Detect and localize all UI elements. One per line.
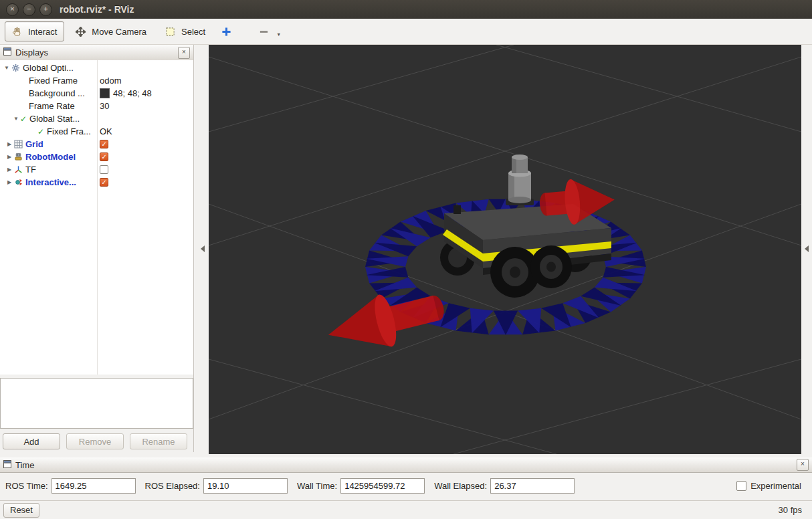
experimental-label: Experimental — [750, 481, 801, 491]
property-label: Frame Rate — [29, 101, 75, 111]
interactive-markers-enabled-checkbox[interactable] — [100, 178, 108, 187]
remove-display-button[interactable]: Remove — [66, 433, 124, 449]
reset-button[interactable]: Reset — [3, 503, 39, 518]
right-splitter[interactable] — [801, 45, 812, 454]
property-label: Background ... — [29, 88, 85, 98]
expanded-icon[interactable]: ▼ — [3, 65, 11, 71]
experimental-checkbox[interactable] — [736, 481, 746, 491]
add-tool-button[interactable] — [217, 21, 238, 41]
ros-elapsed-field: ROS Elapsed: — [145, 478, 288, 494]
ros-elapsed-input[interactable] — [203, 478, 288, 494]
grid-display-icon — [13, 140, 23, 149]
status-ok-icon: ✓ — [20, 114, 27, 124]
splitter-collapse-icon[interactable] — [805, 245, 809, 252]
tf-enabled-checkbox[interactable] — [100, 165, 108, 174]
tree-row-frame-rate[interactable]: Frame Rate 30 — [0, 100, 193, 112]
ros-elapsed-label: ROS Elapsed: — [145, 481, 200, 491]
grid-enabled-checkbox[interactable] — [100, 140, 108, 148]
robot-model-enabled-checkbox[interactable] — [100, 152, 108, 161]
titlebar: × − + robot.rviz* - RViz — [0, 0, 812, 19]
tree-row-robot-model[interactable]: ▶ RobotModel — [0, 150, 193, 163]
ros-time-label: ROS Time: — [5, 481, 48, 491]
collapsed-icon[interactable]: ▶ — [5, 179, 13, 185]
time-panel-header[interactable]: Time × — [0, 457, 812, 473]
gear-icon — [11, 64, 21, 73]
time-panel-content: ROS Time: ROS Elapsed: Wall Time: Wall E… — [0, 473, 812, 499]
display-name: Grid — [25, 139, 43, 149]
experimental-option: Experimental — [736, 481, 801, 491]
interact-label: Interact — [28, 27, 57, 37]
panel-icon — [3, 47, 11, 58]
ros-time-field: ROS Time: — [5, 478, 136, 494]
background-color-value[interactable]: 48; 48; 48 — [100, 87, 152, 100]
display-description-box — [0, 378, 193, 429]
row-label: Fixed Fra... — [47, 126, 91, 136]
robot-model-icon — [13, 152, 23, 162]
move-camera-label: Move Camera — [92, 27, 146, 37]
wall-elapsed-field: Wall Elapsed: — [434, 478, 575, 494]
displays-buttons: Add Remove Rename — [3, 433, 187, 449]
row-label: Global Stat... — [29, 114, 80, 124]
wall-time-input[interactable] — [340, 478, 425, 494]
splitter-collapse-icon[interactable] — [201, 245, 205, 252]
displays-panel: Displays × ▼ Global Opti... Fixe — [0, 45, 194, 452]
display-name: Interactive... — [25, 177, 76, 187]
interactive-markers-icon — [13, 178, 23, 187]
move-camera-icon — [76, 27, 86, 36]
interact-tool-button[interactable]: Interact — [5, 21, 64, 41]
tree-row-interactive-markers[interactable]: ▶ Interactive... — [0, 176, 193, 189]
display-name: TF — [25, 165, 36, 175]
tree-row-global-status[interactable]: ▼ ✓ Global Stat... — [0, 112, 193, 125]
collapsed-icon[interactable]: ▶ — [5, 141, 13, 147]
hand-icon — [12, 27, 22, 36]
tree-row-global-options[interactable]: ▼ Global Opti... — [0, 62, 193, 74]
tree-row-grid[interactable]: ▶ Grid — [0, 138, 193, 150]
status-bar: Reset 30 fps — [0, 500, 812, 519]
ros-time-input[interactable] — [52, 478, 136, 494]
time-panel-title: Time — [15, 460, 34, 470]
window-title: robot.rviz* - RViz — [60, 4, 134, 15]
fixed-frame-value[interactable]: odom — [100, 74, 122, 87]
time-panel: Time × ROS Time: ROS Elapsed: Wall Time:… — [0, 457, 812, 499]
color-value-text: 48; 48; 48 — [113, 88, 152, 98]
displays-close-icon[interactable]: × — [178, 47, 190, 59]
wall-elapsed-label: Wall Elapsed: — [434, 481, 487, 491]
minimize-icon[interactable]: − — [23, 3, 35, 16]
color-swatch — [100, 88, 110, 98]
tree-row-tf[interactable]: ▶ TF — [0, 163, 193, 176]
display-name: RobotModel — [25, 152, 76, 162]
select-tool-button[interactable]: Select — [158, 21, 213, 41]
time-close-icon[interactable]: × — [797, 459, 809, 471]
frame-rate-value[interactable]: 30 — [100, 100, 109, 112]
displays-tree: ▼ Global Opti... Fixed Frame odom Bac — [0, 60, 193, 375]
remove-tool-button[interactable]: ▼ — [254, 21, 286, 41]
toolbar: Interact Move Camera Select — [0, 19, 812, 45]
displays-panel-header[interactable]: Displays × — [0, 45, 193, 61]
tree-row-fixed-frame-status[interactable]: ✓ Fixed Fra... OK — [0, 125, 193, 138]
minus-icon — [259, 27, 269, 36]
dropdown-arrow-icon: ▼ — [276, 32, 281, 37]
panel-icon — [3, 460, 11, 470]
status-ok-icon: ✓ — [37, 127, 44, 136]
3d-scene — [209, 45, 801, 454]
wall-time-field: Wall Time: — [297, 478, 425, 494]
fps-counter: 30 fps — [779, 505, 802, 515]
wall-elapsed-input[interactable] — [490, 478, 575, 494]
maximize-icon[interactable]: + — [39, 3, 52, 16]
add-display-button[interactable]: Add — [3, 433, 60, 449]
collapsed-icon[interactable]: ▶ — [5, 154, 13, 160]
collapsed-icon[interactable]: ▶ — [5, 167, 13, 173]
expanded-icon[interactable]: ▼ — [12, 116, 20, 122]
left-splitter[interactable] — [194, 45, 209, 452]
wall-time-label: Wall Time: — [297, 481, 337, 491]
tree-row-fixed-frame[interactable]: Fixed Frame odom — [0, 74, 193, 87]
move-camera-tool-button[interactable]: Move Camera — [68, 21, 154, 41]
property-label: Fixed Frame — [29, 76, 78, 86]
close-icon[interactable]: × — [6, 3, 19, 16]
tree-row-background-color[interactable]: Background ... 48; 48; 48 — [0, 87, 193, 100]
3d-viewport[interactable] — [209, 45, 801, 454]
rename-display-button[interactable]: Rename — [130, 433, 187, 449]
status-value: OK — [100, 125, 112, 138]
select-icon — [165, 27, 175, 36]
plus-icon — [221, 27, 231, 36]
